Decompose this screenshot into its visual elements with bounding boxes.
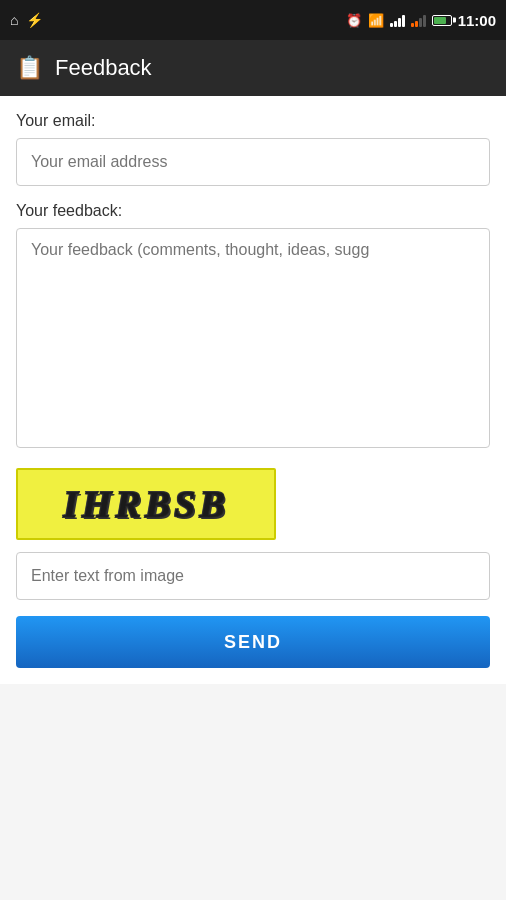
feedback-label: Your feedback: <box>16 202 490 220</box>
signal-bars <box>390 13 405 27</box>
feedback-textarea[interactable] <box>16 228 490 448</box>
email-label: Your email: <box>16 112 490 130</box>
captcha-image: IHRBSB <box>16 468 276 540</box>
notification-icon: ⚡ <box>26 12 43 28</box>
email-field-group: Your email: <box>16 112 490 202</box>
email-input[interactable] <box>16 138 490 186</box>
time-display: 11:00 <box>458 12 496 29</box>
usb-icon: ⌂ <box>10 12 18 28</box>
feedback-form: Your email: Your feedback: IHRBSB SEND <box>0 96 506 684</box>
captcha-input[interactable] <box>16 552 490 600</box>
captcha-text: IHRBSB <box>63 482 229 526</box>
app-bar-title: Feedback <box>55 55 152 81</box>
send-button[interactable]: SEND <box>16 616 490 668</box>
status-left-icons: ⌂ ⚡ <box>10 12 43 28</box>
signal-bars-orange <box>411 13 426 27</box>
status-right-icons: ⏰ 📶 11:00 <box>346 12 496 29</box>
app-bar: 📋 Feedback <box>0 40 506 96</box>
feedback-field-group: Your feedback: <box>16 202 490 468</box>
status-bar: ⌂ ⚡ ⏰ 📶 11:00 <box>0 0 506 40</box>
app-bar-icon: 📋 <box>16 55 43 81</box>
alarm-icon: ⏰ <box>346 13 362 28</box>
battery-icon <box>432 15 452 26</box>
wifi-icon: 📶 <box>368 13 384 28</box>
